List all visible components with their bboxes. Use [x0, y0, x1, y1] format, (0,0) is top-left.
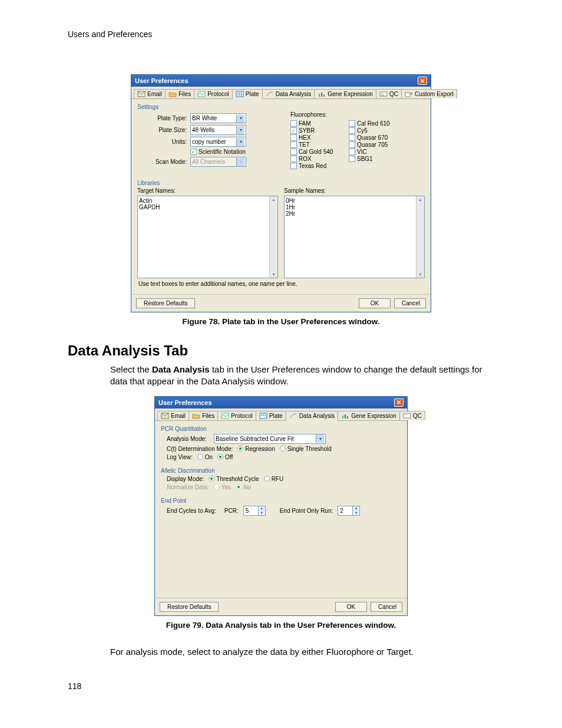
tab-label: Gene Expression: [351, 413, 396, 419]
close-icon[interactable]: ✕: [418, 77, 427, 85]
restore-defaults-button[interactable]: Restore Defaults: [160, 602, 219, 612]
spinner-value: 2: [340, 508, 343, 514]
fluor-checkbox[interactable]: [290, 149, 297, 155]
units-select[interactable]: copy number ▾: [190, 137, 246, 147]
ctq-radio-single-threshold[interactable]: Single Threshold: [280, 446, 332, 452]
tab-gene-expression[interactable]: Gene Expression: [314, 89, 376, 98]
close-icon[interactable]: ✕: [394, 398, 404, 407]
plate-type-select[interactable]: BR White ▾: [190, 113, 246, 123]
plate-type-label: Plate Type:: [137, 115, 190, 121]
fluor-checkbox[interactable]: [290, 134, 297, 141]
tab-protocol[interactable]: Protocol: [194, 89, 233, 98]
list-item: 1Hr: [286, 204, 423, 210]
spinner-buttons-icon[interactable]: ▲▼: [258, 506, 265, 515]
select-value: BR White: [192, 115, 217, 121]
window-title: User Preferences: [158, 399, 212, 406]
fluor-checkbox[interactable]: [290, 141, 297, 148]
tab-files[interactable]: Files: [165, 89, 194, 98]
radio-icon: [236, 484, 242, 490]
bars-icon: [318, 91, 326, 97]
logview-radio-off[interactable]: Off: [217, 454, 233, 460]
ok-button[interactable]: OK: [335, 602, 367, 612]
sci-notation-checkbox[interactable]: ✓: [190, 149, 197, 155]
tab-label: Plate: [269, 413, 283, 419]
tab-custom-export[interactable]: Custom Export: [401, 89, 457, 98]
spinner-value: 5: [246, 508, 249, 514]
tab-email[interactable]: Email: [157, 411, 189, 420]
pcr-spinner[interactable]: 5 ▲▼: [243, 506, 266, 516]
fluor-checkbox[interactable]: [349, 149, 355, 155]
tab-data-analysis[interactable]: Data Analysis: [262, 89, 315, 98]
tab-data-analysis[interactable]: Data Analysis: [286, 411, 339, 421]
tab-email[interactable]: Email: [134, 89, 166, 98]
tab-label: Custom Export: [415, 91, 454, 97]
tab-gene-expression[interactable]: Gene Expression: [338, 411, 400, 420]
radio-icon: [237, 446, 243, 452]
fluor-checkbox[interactable]: [349, 120, 355, 127]
logview-radio-on[interactable]: On: [197, 454, 213, 460]
target-names-list[interactable]: ActinGAPDH ▲▼: [137, 196, 278, 278]
tab-plate[interactable]: Plate: [256, 411, 286, 420]
scrollbar[interactable]: ▲▼: [269, 196, 277, 278]
fluor-label: Cal Gold 540: [299, 149, 333, 155]
fluor-checkbox[interactable]: [349, 141, 355, 148]
svg-point-20: [265, 414, 266, 416]
section-paragraph: Select the Data Analysis tab in the User…: [110, 364, 494, 388]
fluor-checkbox[interactable]: [290, 163, 297, 169]
fluor-checkbox[interactable]: [290, 156, 297, 162]
cancel-button[interactable]: Cancel: [371, 602, 402, 612]
plate-size-select[interactable]: 48 Wells ▾: [190, 125, 246, 135]
tab-plate[interactable]: Plate: [232, 89, 263, 99]
list-item: Actin: [139, 197, 276, 204]
svg-rect-17: [260, 413, 267, 419]
svg-rect-2: [236, 91, 243, 97]
tab-qc[interactable]: Q QC: [376, 89, 402, 98]
fluor-checkbox[interactable]: [349, 156, 355, 162]
scan-mode-label: Scan Mode:: [137, 159, 190, 165]
fluor-label: FAM: [299, 120, 311, 127]
restore-defaults-button[interactable]: Restore Defaults: [136, 298, 195, 308]
tab-files[interactable]: Files: [189, 411, 218, 420]
page-number: 118: [68, 681, 494, 691]
ctq-radio-regression[interactable]: Regression: [237, 446, 275, 452]
fluor-label: TET: [299, 141, 310, 148]
tab-label: Data Analysis: [276, 91, 312, 97]
radio-label: On: [205, 454, 213, 460]
fluor-checkbox[interactable]: [290, 120, 297, 127]
fluor-checkbox[interactable]: ✓: [290, 127, 297, 134]
chart-icon: [289, 413, 297, 419]
fluorophores-label: Fluorophores:: [290, 111, 425, 118]
chevron-down-icon: ▾: [236, 158, 244, 166]
cancel-button[interactable]: Cancel: [394, 298, 426, 308]
plate-panel: Settings Plate Type: BR White ▾ Plate Si…: [131, 99, 431, 294]
spinner-buttons-icon[interactable]: ▲▼: [352, 506, 359, 515]
svg-point-4: [239, 93, 240, 94]
scrollbar[interactable]: ▲▼: [416, 196, 424, 278]
eponly-spinner[interactable]: 2 ▲▼: [338, 506, 360, 516]
pcr-group-label: PCR Quantitation: [161, 426, 401, 432]
svg-rect-21: [342, 416, 343, 419]
plate-icon: [259, 413, 267, 419]
qc-icon: Q: [379, 91, 388, 97]
display-mode-radio-threshold[interactable]: Threshold Cycle: [209, 476, 259, 482]
select-value: 48 Wells: [192, 127, 214, 133]
fluor-checkbox[interactable]: [349, 134, 355, 141]
fluor-checkbox[interactable]: [349, 127, 355, 134]
tabbar: Email Files Protocol Plate Data Analysis…: [131, 87, 431, 99]
tab-label: Protocol: [207, 91, 229, 97]
svg-point-8: [241, 94, 242, 95]
sample-names-list[interactable]: 0Hr1Hr2Hr ▲▼: [284, 196, 425, 278]
tab-qc[interactable]: QC: [399, 411, 425, 420]
tab-protocol[interactable]: Protocol: [217, 411, 256, 420]
analysis-mode-select[interactable]: Baseline Subtracted Curve Fit ▾: [214, 434, 326, 444]
ok-button[interactable]: OK: [359, 298, 391, 308]
qc-icon: [403, 413, 411, 419]
radio-icon: [280, 446, 286, 452]
ctq-label: C(t) Determination Mode:: [167, 446, 233, 452]
svg-rect-14: [405, 93, 410, 97]
svg-rect-11: [323, 94, 325, 97]
radio-icon: [264, 476, 270, 482]
radio-icon: [217, 454, 223, 460]
radio-label: Single Threshold: [287, 446, 332, 452]
display-mode-radio-rfu[interactable]: RFU: [264, 476, 284, 482]
